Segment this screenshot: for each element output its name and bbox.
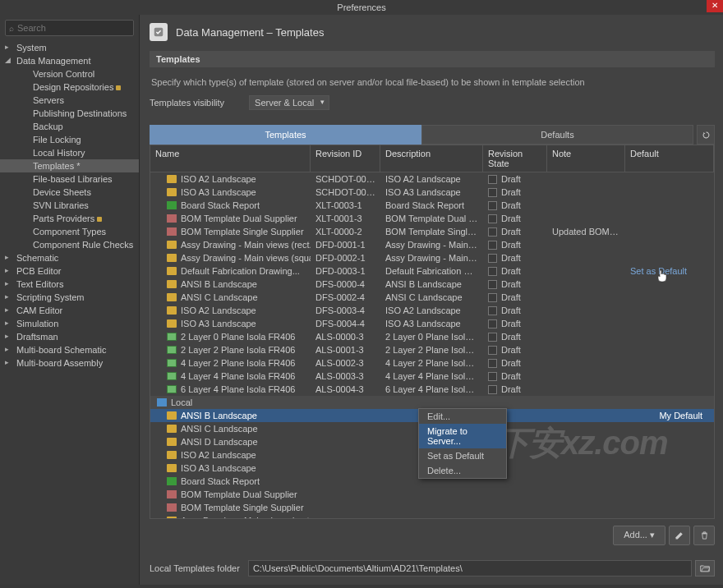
table-row[interactable]: ANSI C LandscapeDFS-0002-4ANSI C Landsca…	[150, 291, 714, 304]
table-row[interactable]: 2 Layer 2 Plane Isola FR406ALS-0001-32 L…	[150, 343, 714, 356]
col-revision[interactable]: Revision ID	[311, 145, 380, 172]
tree-category[interactable]: ▸PCB Editor	[0, 264, 139, 278]
tree-label: File-based Libraries	[33, 174, 113, 184]
search-box[interactable]: ⌕	[5, 20, 134, 36]
tree-item[interactable]: Backup	[0, 120, 139, 133]
tree-category[interactable]: ◢Data Management	[0, 54, 139, 67]
state-checkbox[interactable]	[488, 346, 497, 355]
col-name[interactable]: Name	[150, 145, 311, 172]
table-row[interactable]: 4 Layer 2 Plane Isola FR406ALS-0002-34 L…	[150, 356, 714, 370]
table-row[interactable]: ISO A2 LandscapeDFS-0003-4ISO A2 Landsca…	[150, 304, 714, 317]
col-state[interactable]: Revision State	[483, 145, 547, 172]
tree-category[interactable]: ▸Simulation	[0, 317, 139, 330]
menu-item[interactable]: Delete...	[419, 463, 506, 478]
state-checkbox[interactable]	[488, 306, 497, 315]
tree-item[interactable]: Publishing Destinations	[0, 107, 139, 120]
state-checkbox[interactable]	[488, 188, 497, 197]
state-checkbox[interactable]	[488, 175, 497, 184]
close-button[interactable]: ✕	[707, 0, 723, 12]
tree-item[interactable]: Servers	[0, 94, 139, 107]
table-row[interactable]: ISO A3 LandscapeDFS-0004-4ISO A3 Landsca…	[150, 317, 714, 330]
layer-icon	[167, 346, 177, 354]
tab-defaults[interactable]: Defaults	[421, 125, 693, 145]
tree-category[interactable]: ▸System	[0, 41, 139, 54]
table-row[interactable]: Assy Drawing - Main views (rect. board 3…	[150, 514, 714, 519]
browse-button[interactable]	[695, 560, 715, 577]
expand-icon[interactable]: ▸	[5, 43, 9, 51]
tree-item[interactable]: Templates *	[0, 159, 139, 172]
table-row[interactable]: 2 Layer 0 Plane Isola FR406ALS-0000-32 L…	[150, 330, 714, 343]
expand-icon[interactable]: ▸	[5, 279, 9, 287]
tree-category[interactable]: ▸Schematic	[0, 251, 139, 264]
group-row[interactable]: Local	[150, 396, 714, 409]
tree-item[interactable]: File-based Libraries	[0, 172, 139, 186]
tree-item[interactable]: Design Repositories	[0, 80, 139, 94]
tree-item[interactable]: File Locking	[0, 133, 139, 146]
expand-icon[interactable]: ▸	[5, 319, 9, 327]
tree-item[interactable]: Parts Providers	[0, 212, 139, 225]
table-row[interactable]: Assy Drawing - Main views (rect. board 3…	[150, 238, 714, 251]
expand-icon[interactable]: ◢	[5, 56, 11, 64]
expand-icon[interactable]: ▸	[5, 253, 9, 261]
table-row[interactable]: 6 Layer 4 Plane Isola FR406ALS-0004-36 L…	[150, 383, 714, 396]
tree-category[interactable]: ▸Scripting System	[0, 291, 139, 304]
tree-item[interactable]: Component Rule Checks	[0, 238, 139, 251]
edit-button[interactable]	[669, 526, 690, 545]
state-checkbox[interactable]	[488, 359, 497, 368]
expand-icon[interactable]: ▸	[5, 305, 9, 314]
set-default-link[interactable]: Set as Default	[630, 266, 687, 276]
path-input[interactable]	[248, 560, 692, 577]
table-row[interactable]: ISO A3 LandscapeSCHDOT-0006-7ISO A3 Land…	[150, 186, 714, 199]
col-default[interactable]: Default	[625, 145, 714, 172]
tree-category[interactable]: ▸Text Editors	[0, 278, 139, 291]
col-note[interactable]: Note	[547, 145, 625, 172]
state-checkbox[interactable]	[488, 227, 497, 237]
tree-category[interactable]: ▸Multi-board Schematic	[0, 343, 139, 356]
row-state: Draft	[501, 358, 521, 368]
tree-category[interactable]: ▸CAM Editor	[0, 304, 139, 317]
delete-button[interactable]	[693, 526, 715, 545]
table-row[interactable]: BOM Template Dual SupplierXLT-0001-3BOM …	[150, 212, 714, 225]
table-row[interactable]: Board Stack ReportXLT-0003-1Board Stack …	[150, 199, 714, 212]
table-row[interactable]: Assy Drawing - Main views (square board)…	[150, 251, 714, 264]
table-row[interactable]: BOM Template Single SupplierXLT-0000-2BO…	[150, 225, 714, 238]
state-checkbox[interactable]	[488, 333, 497, 342]
tree-category[interactable]: ▸Multi-board Assembly	[0, 356, 139, 370]
expand-icon[interactable]: ▸	[5, 358, 9, 366]
expand-icon[interactable]: ▸	[5, 332, 9, 340]
state-checkbox[interactable]	[488, 241, 497, 250]
col-description[interactable]: Description	[380, 145, 483, 172]
refresh-button[interactable]	[697, 125, 715, 145]
state-checkbox[interactable]	[488, 293, 497, 302]
tree-item[interactable]: Version Control	[0, 67, 139, 80]
expand-icon[interactable]: ▸	[5, 345, 9, 353]
state-checkbox[interactable]	[488, 267, 497, 276]
state-checkbox[interactable]	[488, 254, 497, 263]
expand-icon[interactable]: ▸	[5, 292, 9, 301]
table-row[interactable]: BOM Template Dual Supplier	[150, 488, 714, 501]
state-checkbox[interactable]	[488, 385, 497, 394]
add-button[interactable]: Add... ▾	[613, 526, 665, 545]
state-checkbox[interactable]	[488, 201, 497, 210]
state-checkbox[interactable]	[488, 280, 497, 289]
menu-item[interactable]: Set as Default	[419, 448, 506, 463]
expand-icon[interactable]: ▸	[5, 266, 9, 274]
tab-templates[interactable]: Templates	[150, 125, 421, 145]
table-row[interactable]: ISO A2 LandscapeSCHDOT-0008-8ISO A2 Land…	[150, 172, 714, 186]
table-row[interactable]: Default Fabrication Drawing...DFD-0003-1…	[150, 264, 714, 278]
table-row[interactable]: 4 Layer 4 Plane Isola FR406ALS-0003-34 L…	[150, 370, 714, 383]
tree-item[interactable]: Device Sheets	[0, 186, 139, 199]
search-input[interactable]	[17, 23, 130, 33]
state-checkbox[interactable]	[488, 319, 497, 328]
state-checkbox[interactable]	[488, 214, 497, 223]
menu-item[interactable]: Migrate to Server...	[419, 424, 506, 448]
tree-item[interactable]: Component Types	[0, 225, 139, 238]
tree-item[interactable]: SVN Libraries	[0, 199, 139, 212]
tree-item[interactable]: Local History	[0, 146, 139, 159]
table-row[interactable]: BOM Template Single Supplier	[150, 501, 714, 514]
menu-item[interactable]: Edit...	[419, 409, 506, 424]
visibility-dropdown[interactable]: Server & Local	[249, 95, 329, 110]
state-checkbox[interactable]	[488, 372, 497, 381]
tree-category[interactable]: ▸Draftsman	[0, 330, 139, 343]
table-row[interactable]: ANSI B LandscapeDFS-0000-4ANSI B Landsca…	[150, 278, 714, 291]
